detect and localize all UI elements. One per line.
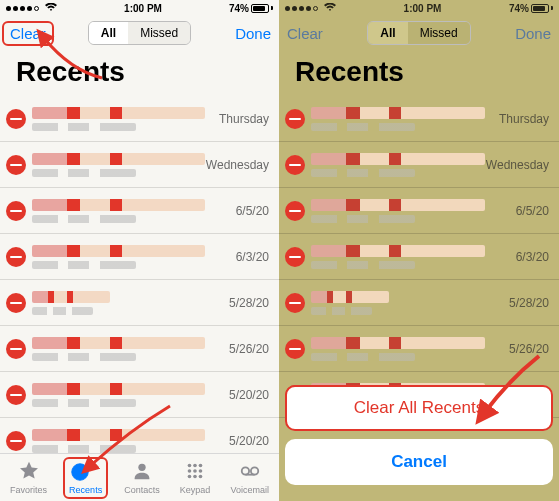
list-row[interactable]: Wednesday [279,142,559,188]
svg-point-4 [199,464,203,468]
list-row[interactable]: 5/26/20 [0,326,279,372]
redacted-name [32,153,205,165]
clear-button[interactable]: Clear [8,23,56,44]
tab-keypad[interactable]: Keypad [180,460,211,495]
list-row[interactable]: 6/3/20 [279,234,559,280]
signal-icon [6,3,57,14]
star-icon [18,460,40,484]
redacted-name [32,245,205,257]
action-sheet: Clear All Recents Cancel [279,385,559,501]
delete-icon[interactable] [285,339,305,359]
delete-icon[interactable] [285,201,305,221]
nav-bar: Clear All Missed Done [0,16,279,50]
status-bar: 1:00 PM 74% [279,0,559,16]
redacted-name [32,337,205,349]
delete-icon[interactable] [285,293,305,313]
segment-missed[interactable]: Missed [128,22,190,44]
redacted-sub [32,445,136,453]
redacted-sub [311,123,415,131]
delete-icon[interactable] [6,431,26,451]
delete-icon[interactable] [285,155,305,175]
redacted-name [311,107,485,119]
redacted-sub [311,215,415,223]
row-date: 5/28/20 [205,296,269,310]
redacted-sub [311,261,415,269]
delete-icon[interactable] [6,247,26,267]
row-date: 6/5/20 [485,204,549,218]
segmented-control[interactable]: All Missed [88,21,191,45]
right-screenshot: 1:00 PM 74% Clear All Missed Done Recent… [279,0,559,501]
list-row[interactable]: Wednesday [0,142,279,188]
redacted-sub [311,353,415,361]
tab-favorites[interactable]: Favorites [10,460,47,495]
redacted-name [32,383,205,395]
list-row[interactable]: 5/20/20 [0,372,279,418]
delete-icon[interactable] [6,201,26,221]
redacted-sub [32,307,93,315]
segment-missed[interactable]: Missed [408,22,470,44]
svg-point-8 [188,475,192,479]
clear-button[interactable]: Clear [287,25,335,42]
done-button[interactable]: Done [223,25,271,42]
svg-point-10 [199,475,203,479]
redacted-sub [32,123,136,131]
redacted-name [32,199,205,211]
redacted-name [311,153,485,165]
redacted-sub [32,399,136,407]
segment-all[interactable]: All [368,22,407,44]
list-row[interactable]: 6/5/20 [0,188,279,234]
delete-icon[interactable] [6,293,26,313]
delete-icon[interactable] [285,109,305,129]
voicemail-icon [239,460,261,484]
redacted-sub [311,307,372,315]
person-icon [131,460,153,484]
redacted-name [32,429,205,441]
list-row[interactable]: 5/26/20 [279,326,559,372]
delete-icon[interactable] [6,109,26,129]
segment-all[interactable]: All [89,22,128,44]
wifi-icon [45,3,57,14]
battery-indicator: 74% [509,3,553,14]
status-bar: 1:00 PM 74% [0,0,279,16]
left-screenshot: 1:00 PM 74% Clear All Missed Done Recent… [0,0,279,501]
row-date: Wednesday [485,158,549,172]
redacted-name [32,107,205,119]
nav-bar: Clear All Missed Done [279,16,559,50]
svg-point-7 [199,469,203,473]
delete-icon[interactable] [6,385,26,405]
redacted-sub [32,169,136,177]
wifi-icon [324,3,336,14]
list-row[interactable]: 6/3/20 [0,234,279,280]
redacted-name [311,199,485,211]
row-date: 6/3/20 [205,250,269,264]
tab-recents[interactable]: Recents [67,459,104,497]
recents-list: Thursday Wednesday 6/5/20 6/3/20 5/28/20… [279,96,559,418]
row-date: 6/5/20 [205,204,269,218]
row-date: 5/20/20 [205,388,269,402]
clear-all-recents-button[interactable]: Clear All Recents [285,385,553,431]
done-button[interactable]: Done [503,25,551,42]
delete-icon[interactable] [285,247,305,267]
list-row[interactable]: 5/28/20 [0,280,279,326]
svg-point-2 [188,464,192,468]
tab-voicemail[interactable]: Voicemail [230,460,269,495]
svg-point-12 [251,467,258,474]
page-title: Recents [0,50,279,96]
recents-list: Thursday Wednesday 6/5/20 6/3/20 5/28/20… [0,96,279,464]
cancel-button[interactable]: Cancel [285,439,553,485]
row-date: 5/28/20 [485,296,549,310]
tab-contacts[interactable]: Contacts [124,460,160,495]
list-row[interactable]: 5/28/20 [279,280,559,326]
delete-icon[interactable] [6,339,26,359]
clock: 1:00 PM [404,3,442,14]
list-row[interactable]: 6/5/20 [279,188,559,234]
svg-point-6 [193,469,197,473]
svg-point-1 [138,464,145,471]
delete-icon[interactable] [6,155,26,175]
list-row[interactable]: Thursday [279,96,559,142]
svg-point-11 [241,467,248,474]
list-row[interactable]: Thursday [0,96,279,142]
svg-point-3 [193,464,197,468]
svg-point-9 [193,475,197,479]
segmented-control[interactable]: All Missed [367,21,470,45]
